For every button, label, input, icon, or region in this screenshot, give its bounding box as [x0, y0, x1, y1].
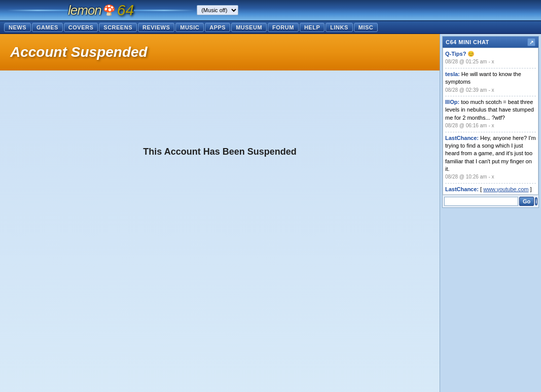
- chat-input-row: Go i: [443, 195, 538, 207]
- nav-item-screens[interactable]: SCREENS: [99, 23, 137, 32]
- chat-link[interactable]: www.youtube.com: [483, 186, 528, 192]
- chat-delete-button[interactable]: - x: [489, 123, 494, 128]
- content-area: Account Suspended This Account Has Been …: [0, 34, 440, 392]
- logo-64: 64: [117, 2, 134, 19]
- nav-item-reviews[interactable]: REVIEWS: [138, 23, 174, 32]
- chat-panel: C64 MINI CHAT ↗ Q-Tips? 😊08/28 @ 01:25 a…: [442, 36, 539, 208]
- nav-item-museum[interactable]: MUSEUM: [231, 23, 267, 32]
- chat-delete-button[interactable]: - x: [489, 174, 494, 180]
- suspended-message: This Account Has Been Suspended: [143, 147, 296, 157]
- chat-info-button[interactable]: i: [535, 197, 537, 205]
- nav-item-music[interactable]: MUSIC: [175, 23, 204, 32]
- header-line-right: [134, 10, 195, 11]
- music-selector[interactable]: (Music off): [197, 5, 238, 15]
- nav-item-games[interactable]: GAMES: [32, 23, 63, 32]
- main-layout: Account Suspended This Account Has Been …: [0, 34, 541, 392]
- logo-mushroom-icon: 🍄: [103, 4, 116, 16]
- emoji-icon: 😊: [467, 51, 475, 57]
- header-line-left: [7, 10, 68, 11]
- chat-go-button[interactable]: Go: [519, 197, 534, 206]
- chat-username: LastChance:: [445, 135, 479, 141]
- chat-header: C64 MINI CHAT ↗: [443, 37, 538, 48]
- chat-text: [ www.youtube.com ]: [480, 186, 532, 192]
- logo-lemon: lemon: [68, 3, 101, 18]
- chat-delete-button[interactable]: - x: [489, 87, 494, 93]
- nav-item-links[interactable]: LINKS: [326, 23, 353, 32]
- nav-item-covers[interactable]: COVERS: [64, 23, 98, 32]
- chat-timestamp: 08/28 @ 01:25 am: [445, 59, 487, 64]
- logo-area: lemon 🍄 64: [68, 2, 134, 19]
- chat-timestamp: 08/28 @ 06:16 am: [445, 123, 487, 128]
- chat-username: IllOp:: [445, 99, 459, 105]
- sidebar: C64 MINI CHAT ↗ Q-Tips? 😊08/28 @ 01:25 a…: [440, 34, 541, 392]
- chat-timestamp: 08/28 @ 02:39 am: [445, 87, 487, 93]
- nav-item-forum[interactable]: FORUM: [268, 23, 299, 32]
- page-header-banner: Account Suspended: [0, 34, 440, 70]
- chat-title: C64 MINI CHAT: [446, 39, 489, 45]
- nav-item-misc[interactable]: MISC: [354, 23, 378, 32]
- navbar: NEWSGAMESCOVERSSCREENSREVIEWSMUSICAPPSMU…: [0, 21, 541, 34]
- chat-timestamp: 08/28 @ 10:26 am: [445, 174, 487, 180]
- chat-username: LastChance:: [445, 186, 479, 192]
- content-body: This Account Has Been Suspended: [0, 70, 440, 392]
- chat-message: LastChance: [ www.youtube.com ]08/28 @ 1…: [445, 186, 536, 195]
- site-header: lemon 🍄 64 (Music off): [0, 0, 541, 21]
- chat-message: tesla: He will want to know the symptoms…: [445, 70, 536, 96]
- chat-delete-button[interactable]: - x: [489, 59, 494, 64]
- chat-message: IllOp: too much scotch = beat three leve…: [445, 98, 536, 132]
- chat-username: Q-Tips?: [445, 51, 466, 57]
- nav-item-help[interactable]: HELP: [300, 23, 324, 32]
- page-title: Account Suspended: [10, 44, 148, 60]
- chat-input[interactable]: [444, 197, 518, 206]
- nav-item-news[interactable]: NEWS: [4, 23, 31, 32]
- chat-close-button[interactable]: ↗: [527, 38, 535, 46]
- chat-username: tesla:: [445, 71, 460, 77]
- chat-message: Q-Tips? 😊08/28 @ 01:25 am - x: [445, 50, 536, 68]
- nav-item-apps[interactable]: APPS: [205, 23, 230, 32]
- chat-message: LastChance: Hey, anyone here? I'm trying…: [445, 134, 536, 184]
- chat-messages[interactable]: Q-Tips? 😊08/28 @ 01:25 am - xtesla: He w…: [443, 48, 538, 195]
